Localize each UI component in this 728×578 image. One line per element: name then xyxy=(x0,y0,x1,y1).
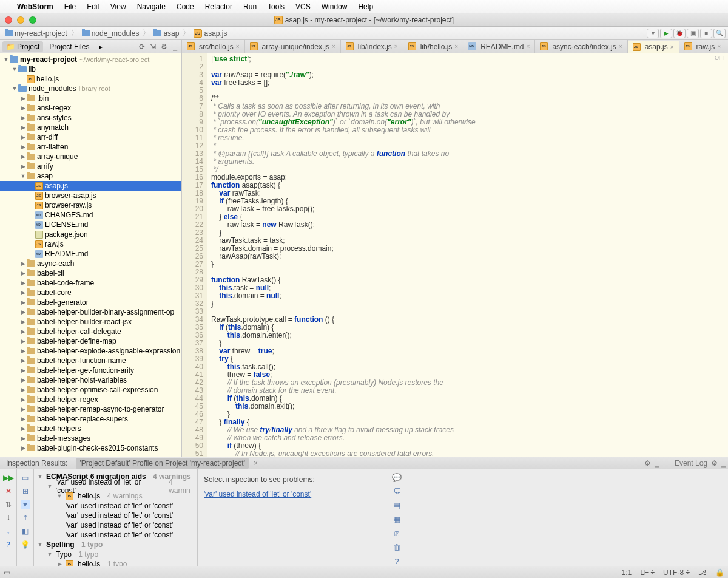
tree-item[interactable]: ▼lib xyxy=(0,64,181,74)
status-progress-icon[interactable]: ▭ xyxy=(4,568,10,577)
editor-content[interactable]: |'use strict'; var rawAsap = require("./… xyxy=(207,53,728,457)
expand-icon[interactable]: ⊞ xyxy=(21,486,30,496)
close-tab-icon[interactable]: × xyxy=(527,43,530,50)
tree-item[interactable]: ▶babel-helpers xyxy=(0,424,181,433)
tab-project-files[interactable]: Project Files xyxy=(46,41,93,52)
tree-item[interactable]: ▶babel-helper-define-map xyxy=(0,336,181,346)
mark-read-icon[interactable]: ▤ xyxy=(391,501,402,510)
readonly-lock-icon[interactable]: 🔒 xyxy=(715,568,724,577)
tree-item[interactable]: raw.js xyxy=(0,239,181,249)
coverage-button[interactable]: ▣ xyxy=(687,29,699,38)
rerun-icon[interactable]: ▶▶ xyxy=(4,473,13,483)
menu-window[interactable]: Window xyxy=(322,2,348,11)
gear-icon[interactable]: ⚙ xyxy=(711,459,718,467)
menu-help[interactable]: Help xyxy=(358,2,373,11)
autoscroll-icon[interactable]: ⤒ xyxy=(21,513,30,523)
settings-icon[interactable]: 🗨 xyxy=(391,487,402,496)
close-icon[interactable]: × xyxy=(254,459,258,467)
close-tab-icon[interactable]: × xyxy=(454,43,458,50)
tree-item[interactable]: ▶babel-cli xyxy=(0,268,181,278)
tree-item[interactable]: ▶arrify xyxy=(0,162,181,171)
editor-tab[interactable]: README.md× xyxy=(463,40,535,53)
tree-item[interactable]: ▶anymatch xyxy=(0,123,181,132)
lightbulb-icon[interactable]: 💡 xyxy=(21,540,30,549)
menu-run[interactable]: Run xyxy=(243,2,257,11)
tree-item[interactable]: ▼asap xyxy=(0,171,181,181)
tree-item[interactable]: LICENSE.md xyxy=(0,220,181,229)
editor-tab[interactable]: array-unique/index.js× xyxy=(245,40,341,53)
tree-item[interactable]: ▶babel-helper-function-name xyxy=(0,356,181,365)
search-everywhere-button[interactable]: 🔍 xyxy=(713,29,726,38)
tree-item[interactable]: ▶babel-helper-remap-async-to-generator xyxy=(0,404,181,414)
tree-item[interactable]: README.md xyxy=(0,249,181,259)
tree-item[interactable]: ▶babel-generator xyxy=(0,298,181,307)
tree-item[interactable]: browser-asap.js xyxy=(0,191,181,200)
tree-item[interactable]: ▶babel-code-frame xyxy=(0,278,181,288)
tree-item[interactable]: ▶babel-helper-explode-assignable-express… xyxy=(0,346,181,356)
breadcrumb-item[interactable]: asap.js xyxy=(191,29,229,38)
tree-item[interactable]: ▶ansi-styles xyxy=(0,113,181,123)
help-icon[interactable]: ? xyxy=(4,540,13,549)
tree-item[interactable]: ▶babel-plugin-check-es2015-constants xyxy=(0,443,181,453)
clear-icon[interactable]: ⎚ xyxy=(391,529,402,538)
tree-item[interactable]: ▼node_moduleslibrary root xyxy=(0,84,181,93)
balloon-icon[interactable]: 💬 xyxy=(391,473,402,482)
trash-icon[interactable]: 🗑 xyxy=(391,543,402,552)
tree-item[interactable]: ▶babel-helper-regex xyxy=(0,395,181,404)
export-icon[interactable]: ⤓ xyxy=(4,513,13,523)
close-tab-icon[interactable]: × xyxy=(332,43,335,50)
editor-tab[interactable]: raw.js× xyxy=(679,40,727,53)
tab-project[interactable]: 📁Project xyxy=(2,41,43,52)
collapse-all-icon[interactable]: ⇲ xyxy=(149,42,157,51)
menu-code[interactable]: Code xyxy=(177,2,194,11)
tree-item[interactable]: ▶babel-helper-replace-supers xyxy=(0,414,181,424)
code-editor[interactable]: OFF 123456789101112131415161718192021222… xyxy=(182,53,728,457)
close-icon[interactable]: ✕ xyxy=(4,486,13,496)
close-tab-icon[interactable]: × xyxy=(394,43,398,50)
tree-item[interactable]: ▼my-react-project~/work/my-react-project xyxy=(0,55,181,64)
line-ending[interactable]: LF ÷ xyxy=(640,568,655,577)
tree-item[interactable]: package.json xyxy=(0,229,181,239)
diff-icon[interactable]: ◧ xyxy=(21,526,30,536)
menu-edit[interactable]: Edit xyxy=(87,2,99,11)
breadcrumb-item[interactable]: my-react-project xyxy=(2,29,70,38)
editor-tab[interactable]: lib/index.js× xyxy=(341,40,403,53)
tree-item[interactable]: hello.js xyxy=(0,74,181,84)
close-tab-icon[interactable]: × xyxy=(236,43,240,50)
group-icon[interactable]: ▭ xyxy=(21,473,30,483)
menu-file[interactable]: File xyxy=(64,2,76,11)
help-icon[interactable]: ? xyxy=(391,557,402,566)
close-tab-icon[interactable]: × xyxy=(717,43,721,50)
hide-icon[interactable]: ⎯ xyxy=(721,459,726,467)
menu-vcs[interactable]: VCS xyxy=(295,2,311,11)
editor-tab[interactable]: src/hello.js× xyxy=(182,40,245,53)
gear-icon[interactable]: ⚙ xyxy=(644,459,651,467)
tree-item[interactable]: ▶babel-messages xyxy=(0,433,181,443)
app-menu[interactable]: WebStorm xyxy=(17,2,53,11)
editor-tab[interactable]: async-each/index.js× xyxy=(535,40,627,53)
inspection-detail-link[interactable]: 'var' used instead of 'let' or 'const' xyxy=(204,490,311,498)
tree-item[interactable]: ▶babel-helper-get-function-arity xyxy=(0,365,181,375)
close-tab-icon[interactable]: × xyxy=(619,43,622,50)
tree-item[interactable]: ▶babel-helper-hoist-variables xyxy=(0,375,181,385)
menu-refactor[interactable]: Refactor xyxy=(205,2,232,11)
menu-tools[interactable]: Tools xyxy=(268,2,285,11)
inspection-tree[interactable]: ▼ECMAScript 6 migration aids 4 warnings … xyxy=(34,469,198,566)
stop-button[interactable]: ■ xyxy=(700,29,712,38)
filter-icon[interactable]: ⇅ xyxy=(4,500,13,509)
editor-tab[interactable]: lib/hello.js× xyxy=(403,40,464,53)
tree-item[interactable]: CHANGES.md xyxy=(0,210,181,220)
funnel-icon[interactable]: ▼ xyxy=(21,500,30,509)
file-encoding[interactable]: UTF-8 ÷ xyxy=(663,568,690,577)
debug-button[interactable]: 🐞 xyxy=(673,29,686,38)
tree-item[interactable]: asap.js xyxy=(0,181,181,191)
menu-navigate[interactable]: Navigate xyxy=(137,2,166,11)
caret-position[interactable]: 1:1 xyxy=(621,568,632,577)
editor-tab[interactable]: asap.js× xyxy=(628,41,679,53)
project-tree[interactable]: ▼my-react-project~/work/my-react-project… xyxy=(0,53,181,457)
run-button[interactable]: ▶ xyxy=(660,29,672,38)
tree-item[interactable]: ▶babel-helper-optimise-call-expression xyxy=(0,385,181,395)
list-icon[interactable]: ▦ xyxy=(391,515,402,524)
event-log-label[interactable]: Event Log xyxy=(662,459,707,467)
tree-item[interactable]: ▶babel-helper-builder-react-jsx xyxy=(0,317,181,327)
